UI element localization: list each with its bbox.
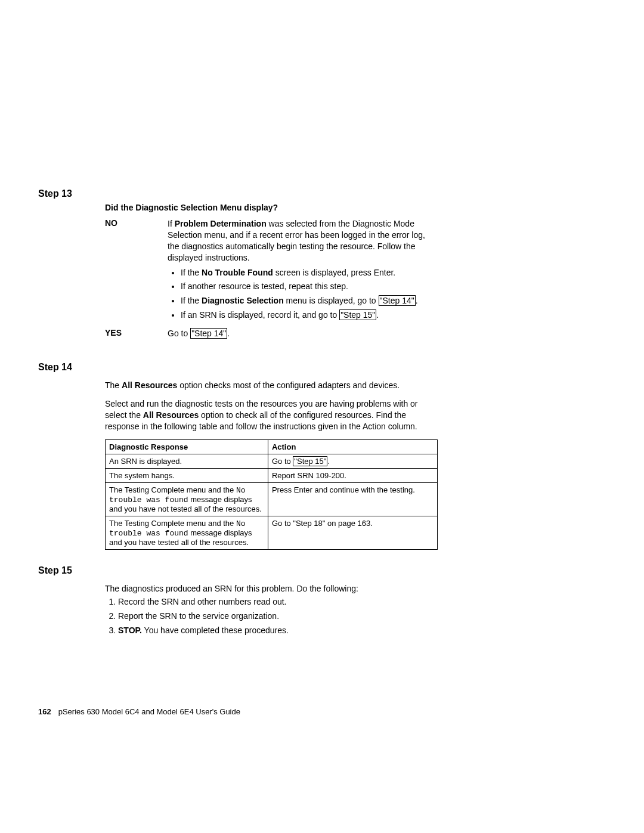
t: . (416, 296, 418, 305)
bullet-item: If the No Trouble Found screen is displa… (181, 267, 438, 278)
bullet-item: If another resource is tested, repeat th… (181, 281, 438, 292)
cell: The Testing Complete menu and the No tro… (106, 516, 268, 549)
cell: Press Enter and continue with the testin… (268, 482, 437, 516)
t: Go to (168, 329, 190, 338)
t: screen is displayed, press Enter. (273, 268, 395, 277)
bullet-item: If an SRN is displayed, record it, and g… (181, 309, 438, 321)
th-response: Diagnostic Response (106, 439, 268, 454)
step13-question: Did the Diagnostic Selection Menu displa… (105, 203, 438, 212)
t: menu is displayed, go to (284, 296, 379, 305)
yes-label: YES (105, 328, 168, 343)
step13-no-para: If Problem Determination was selected fr… (168, 218, 438, 264)
table-header-row: Diagnostic Response Action (106, 439, 438, 454)
t: Go to (272, 457, 293, 466)
step15-list: Record the SRN and other numbers read ou… (105, 596, 438, 636)
t: STOP. (118, 625, 142, 635)
list-item: Record the SRN and other numbers read ou… (118, 596, 438, 608)
page-content: Step 13 Did the Diagnostic Selection Men… (38, 188, 438, 640)
step13-yes-para: Go to "Step 14". (168, 328, 438, 339)
cell: The Testing Complete menu and the No tro… (106, 482, 268, 516)
t: . (227, 329, 230, 338)
step15-heading: Step 15 (38, 565, 438, 576)
t: option checks most of the configured ada… (177, 380, 400, 390)
step13-bullets: If the No Trouble Found screen is displa… (168, 267, 438, 321)
cell: Go to "Step 15". (268, 454, 437, 468)
cell: The system hangs. (106, 468, 268, 482)
t: If (168, 219, 175, 228)
table-row: The Testing Complete menu and the No tro… (106, 482, 438, 516)
cell: Go to "Step 18" on page 163. (268, 516, 437, 549)
t: If the (181, 296, 202, 305)
t: The Testing Complete menu and the (109, 519, 236, 528)
table-row: An SRN is displayed. Go to "Step 15". (106, 454, 438, 468)
step13-no-row: NO If Problem Determination was selected… (105, 218, 438, 324)
step15-intro: The diagnostics produced an SRN for this… (105, 583, 438, 594)
table-row: The system hangs. Report SRN 109-200. (106, 468, 438, 482)
th-action: Action (268, 439, 437, 454)
list-item: STOP. You have completed these procedure… (118, 625, 438, 636)
cell: Report SRN 109-200. (268, 468, 437, 482)
doc-title: pSeries 630 Model 6C4 and Model 6E4 User… (58, 707, 240, 716)
t: If the (181, 268, 202, 277)
list-item: Report the SRN to the service organizati… (118, 611, 438, 622)
table-row: The Testing Complete menu and the No tro… (106, 516, 438, 549)
t: All Resources (122, 380, 177, 390)
page-number: 162 (38, 707, 51, 716)
step13-yes-row: YES Go to "Step 14". (105, 328, 438, 343)
no-label: NO (105, 218, 168, 324)
step14-heading: Step 14 (38, 362, 438, 373)
t: All Resources (143, 410, 199, 420)
t: No Trouble Found (202, 268, 273, 277)
step14-link[interactable]: "Step 14" (190, 328, 227, 339)
page-footer: 162pSeries 630 Model 6C4 and Model 6E4 U… (38, 707, 240, 716)
t: Problem Determination (175, 219, 267, 228)
t: Diagnostic Selection (202, 296, 284, 305)
diagnostic-table: Diagnostic Response Action An SRN is dis… (105, 439, 438, 550)
t: You have completed these procedures. (142, 625, 289, 635)
step14-para1: The All Resources option checks most of … (105, 380, 438, 391)
t: If an SRN is displayed, record it, and g… (181, 310, 339, 320)
t: The Testing Complete menu and the (109, 485, 236, 494)
t: . (327, 457, 330, 466)
t: . (376, 310, 379, 320)
step14-link[interactable]: "Step 14" (379, 295, 416, 306)
cell: An SRN is displayed. (106, 454, 268, 468)
step15-link[interactable]: "Step 15" (339, 309, 376, 320)
step14-para2: Select and run the diagnostic tests on t… (105, 398, 438, 432)
bullet-item: If the Diagnostic Selection menu is disp… (181, 295, 438, 306)
t: The (105, 380, 122, 390)
step15-link[interactable]: "Step 15" (293, 456, 327, 466)
step13-heading: Step 13 (38, 188, 438, 199)
